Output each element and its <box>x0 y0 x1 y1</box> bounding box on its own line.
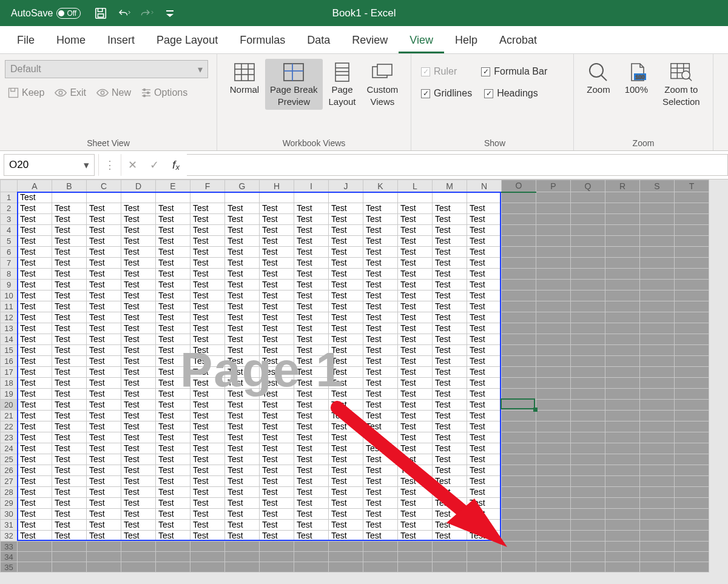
cell[interactable]: Test <box>121 378 156 389</box>
cell[interactable] <box>605 454 640 465</box>
cell[interactable]: Test <box>398 400 433 411</box>
cell[interactable]: Test <box>225 280 260 290</box>
row-header-7[interactable]: 7 <box>1 258 18 269</box>
exit-button[interactable]: Exit <box>52 86 89 99</box>
cell[interactable]: Test <box>225 247 260 258</box>
cell[interactable] <box>675 531 709 542</box>
cell[interactable]: Test <box>87 269 121 280</box>
cell[interactable]: Test <box>225 411 260 421</box>
cell[interactable]: Test <box>52 411 87 421</box>
cell[interactable] <box>675 290 709 301</box>
cell[interactable]: Test <box>398 247 433 258</box>
cell[interactable]: Test <box>156 367 190 378</box>
cell[interactable]: Test <box>260 225 294 236</box>
cell[interactable]: Test <box>363 225 398 236</box>
cell[interactable]: Test <box>121 400 156 411</box>
cell[interactable]: Test <box>190 476 225 487</box>
col-header-Q[interactable]: Q <box>571 180 605 192</box>
cell[interactable]: Test <box>52 247 87 258</box>
cell[interactable] <box>675 498 709 509</box>
cell[interactable]: Test <box>190 290 225 301</box>
cell[interactable]: Test <box>18 345 52 356</box>
cell[interactable]: Test <box>433 214 467 225</box>
cell[interactable] <box>502 247 536 258</box>
cell[interactable] <box>536 400 571 411</box>
cell[interactable] <box>605 280 640 290</box>
sheet-view-dropdown[interactable]: Default ▾ <box>5 60 208 78</box>
cell[interactable] <box>605 531 640 542</box>
cell[interactable]: Test <box>260 531 294 542</box>
cell[interactable]: Test <box>225 531 260 542</box>
cell[interactable]: Test <box>433 531 467 542</box>
cell[interactable]: Test <box>433 290 467 301</box>
cell[interactable] <box>675 552 709 562</box>
cell[interactable]: Test <box>18 432 52 443</box>
row-header-14[interactable]: 14 <box>1 334 18 345</box>
cell[interactable]: Test <box>467 421 502 432</box>
col-header-O[interactable]: O <box>502 180 536 192</box>
cell[interactable]: Test <box>294 290 329 301</box>
cell[interactable] <box>605 247 640 258</box>
cell[interactable]: Test <box>260 269 294 280</box>
cell[interactable]: Test <box>294 225 329 236</box>
cell[interactable] <box>675 443 709 454</box>
cell[interactable]: Test <box>87 236 121 247</box>
cell[interactable]: Test <box>294 236 329 247</box>
cell[interactable]: Test <box>398 531 433 542</box>
cell[interactable]: Test <box>329 203 363 214</box>
cell[interactable] <box>605 269 640 280</box>
row-header-27[interactable]: 27 <box>1 476 18 487</box>
cell[interactable]: Test <box>260 323 294 334</box>
cell[interactable]: Test <box>121 520 156 531</box>
cell[interactable] <box>571 443 605 454</box>
cell[interactable] <box>605 487 640 498</box>
cell[interactable]: Test <box>329 421 363 432</box>
cell[interactable]: Test <box>467 345 502 356</box>
name-box[interactable]: O20 ▾ <box>4 154 95 176</box>
cell[interactable]: Test <box>225 443 260 454</box>
cell[interactable]: Test <box>156 345 190 356</box>
cell[interactable] <box>536 421 571 432</box>
cell[interactable] <box>640 378 675 389</box>
cell[interactable]: Test <box>121 498 156 509</box>
fbar-vdots[interactable]: ⋮ <box>99 154 121 176</box>
cell[interactable]: Test <box>18 498 52 509</box>
cell[interactable] <box>675 476 709 487</box>
row-header-11[interactable]: 11 <box>1 301 18 312</box>
cell[interactable]: Test <box>260 312 294 323</box>
cell[interactable]: Test <box>121 411 156 421</box>
cell[interactable] <box>640 280 675 290</box>
cell[interactable]: Test <box>329 258 363 269</box>
cell[interactable] <box>156 542 190 552</box>
cell[interactable]: Test <box>52 312 87 323</box>
cell[interactable] <box>640 356 675 367</box>
cell[interactable]: Test <box>329 323 363 334</box>
cell[interactable]: Test <box>52 454 87 465</box>
cell[interactable]: Test <box>433 236 467 247</box>
cell[interactable] <box>605 542 640 552</box>
cell[interactable]: Test <box>363 236 398 247</box>
cell[interactable]: Test <box>398 443 433 454</box>
col-header-C[interactable]: C <box>87 180 121 192</box>
cell[interactable]: Test <box>329 443 363 454</box>
cell[interactable]: Test <box>225 509 260 520</box>
cell[interactable]: Test <box>433 334 467 345</box>
cell[interactable] <box>225 192 260 203</box>
cell[interactable]: Test <box>52 334 87 345</box>
cell[interactable]: Test <box>121 258 156 269</box>
cell[interactable]: Test <box>433 280 467 290</box>
cell[interactable]: Test <box>294 214 329 225</box>
tab-home[interactable]: Home <box>46 28 96 53</box>
cell[interactable] <box>121 192 156 203</box>
cell[interactable]: Test <box>121 476 156 487</box>
cell[interactable]: Test <box>398 356 433 367</box>
cell[interactable] <box>502 432 536 443</box>
tab-review[interactable]: Review <box>341 28 399 53</box>
col-header-E[interactable]: E <box>156 180 190 192</box>
cell[interactable]: Test <box>363 465 398 476</box>
cell[interactable]: Test <box>260 236 294 247</box>
cell[interactable] <box>605 312 640 323</box>
cell[interactable] <box>52 192 87 203</box>
cell[interactable] <box>640 203 675 214</box>
cell[interactable]: Test <box>433 356 467 367</box>
